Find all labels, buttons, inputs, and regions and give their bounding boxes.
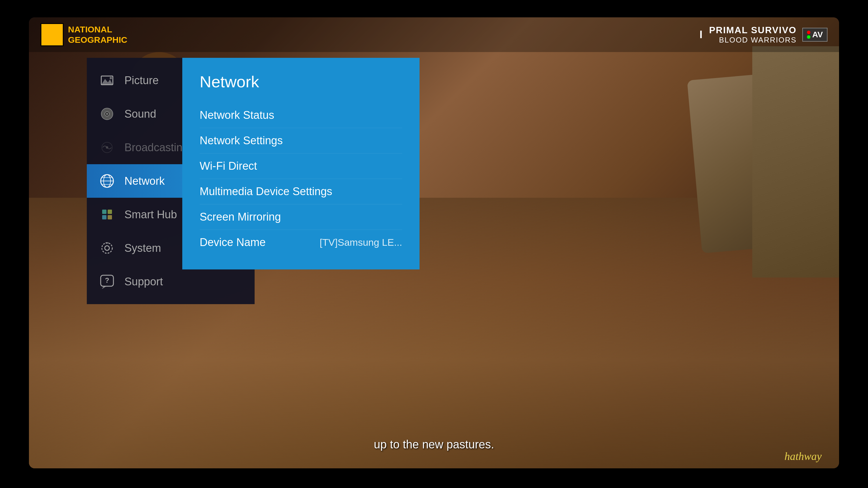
nat-geo-text: NATIONAL GEOGRAPHIC [68,24,127,45]
svg-point-2 [110,77,112,79]
svg-point-18 [102,243,112,253]
network-icon [98,172,116,190]
svg-point-17 [105,246,110,250]
panel-item-label-network-settings: Network Settings [199,134,283,147]
network-panel-items: Network Status Network Settings Wi-Fi Di… [199,103,402,255]
show-title-sub: BLOOD WARRIORS [709,36,797,44]
panel-item-network-status[interactable]: Network Status [199,103,402,128]
panel-item-multimedia[interactable]: Multimedia Device Settings [199,179,402,204]
top-right-info: I PRIMAL SURVIVO BLOOD WARRIORS AV [700,25,828,44]
av-badge: AV [802,28,828,42]
nat-geo-box [40,23,64,46]
svg-rect-14 [107,209,112,214]
sound-icon [98,105,116,123]
tv-screen: NATIONAL GEOGRAPHIC I PRIMAL SURVIVO BLO… [29,18,839,468]
network-panel-title: Network [199,72,402,91]
panel-item-label-multimedia: Multimedia Device Settings [199,185,332,198]
svg-marker-1 [101,79,113,85]
system-icon [98,239,116,257]
broadcasting-icon [98,139,116,156]
hathway-logo: hathway [784,450,822,462]
picture-icon [98,72,116,89]
panel-item-label-screen-mirroring: Screen Mirroring [199,211,281,223]
show-title: PRIMAL SURVIVO BLOOD WARRIORS [709,25,797,44]
panel-item-label-device-name: Device Name [199,236,266,249]
menu-label-sound: Sound [124,108,156,120]
network-panel: Network Network Status Network Settings … [182,58,420,269]
svg-rect-13 [102,209,106,214]
subtitle-text: up to the new pastures. [374,438,494,451]
av-dot-red [807,31,810,34]
panel-item-label-network-status: Network Status [199,109,274,122]
panel-item-network-settings[interactable]: Network Settings [199,128,402,154]
menu-label-smart-hub: Smart Hub [124,208,177,221]
av-dots [807,31,810,39]
svg-rect-15 [102,215,106,220]
subtitle-bar: up to the new pastures. [29,438,839,451]
panel-item-device-name[interactable]: Device Name [TV]Samsung LE... [199,230,402,255]
menu-label-picture: Picture [124,74,159,87]
rock-decoration-2 [752,46,839,278]
nat-geo-logo: NATIONAL GEOGRAPHIC [40,23,127,46]
menu-label-network: Network [124,175,165,187]
menu-item-support[interactable]: ? Support [87,265,255,298]
av-dot-green [807,35,810,39]
top-bar: NATIONAL GEOGRAPHIC I PRIMAL SURVIVO BLO… [29,18,839,52]
panel-item-wifi-direct[interactable]: Wi-Fi Direct [199,154,402,179]
channel-separator: I [700,29,703,41]
smart-hub-icon [98,206,116,223]
support-icon: ? [98,273,116,290]
panel-item-value-device-name: [TV]Samsung LE... [320,237,402,248]
panel-item-label-wifi-direct: Wi-Fi Direct [199,160,257,172]
panel-item-screen-mirroring[interactable]: Screen Mirroring [199,204,402,230]
menu-label-broadcasting: Broadcasting [124,141,189,154]
menu-label-support: Support [124,275,163,288]
svg-text:?: ? [105,276,110,284]
svg-point-5 [106,113,108,115]
show-title-main: PRIMAL SURVIVO [709,25,797,36]
av-label: AV [812,30,823,39]
svg-rect-16 [107,215,112,220]
menu-label-system: System [124,242,161,254]
